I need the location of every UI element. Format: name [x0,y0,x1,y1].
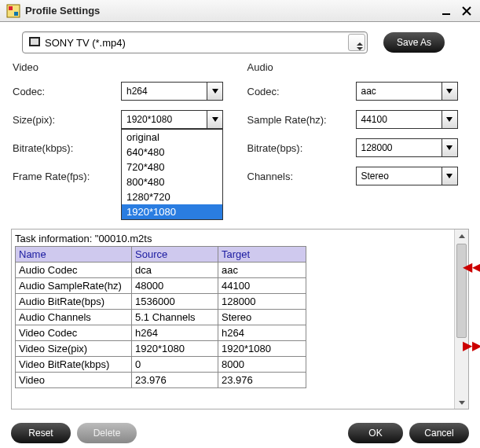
table-row[interactable]: Video23.97623.976 [16,373,306,388]
double-left-icon: ◀◀ [463,260,480,274]
audio-bitrate-combo[interactable]: 128000 [356,138,458,157]
size-option-1920x1080[interactable]: 1920*1080 [122,204,222,219]
audio-panel-title: Audio [247,61,468,73]
table-row[interactable]: Audio BitRate(bps)1536000128000 [16,294,306,310]
table-row[interactable]: Audio Channels5.1 ChannelsStereo [16,310,306,325]
table-cell: 1920*1080 [218,341,306,357]
title-bar: Profile Settings [0,0,480,22]
audio-sample-label: Sample Rate(hz): [247,114,356,126]
table-header-source[interactable]: Source [132,247,218,263]
table-cell: 48000 [132,278,218,294]
video-panel-title: Video [13,61,233,73]
table-cell: Audio BitRate(bps) [16,294,132,310]
size-option-1280x720[interactable]: 1280*720 [122,189,222,204]
video-size-dropdown: original 640*480 720*480 800*480 1280*72… [121,129,223,220]
table-cell: 0 [132,357,218,373]
table-cell: h264 [218,325,306,341]
audio-bitrate-arrow[interactable] [442,139,457,156]
size-option-640x480[interactable]: 640*480 [122,145,222,160]
table-row[interactable]: Video Size(pix)1920*10801920*1080 [16,341,306,357]
profile-select-arrow[interactable] [348,34,365,51]
audio-codec-value: aac [357,86,442,97]
table-cell: 23.976 [132,373,218,388]
vertical-scrollbar[interactable] [454,230,468,409]
size-option-800x480[interactable]: 800*480 [122,174,222,189]
audio-channels-label: Channels: [247,171,356,182]
table-cell: 44100 [218,278,306,294]
video-size-combo[interactable]: 1920*1080 original 640*480 720*480 800*4… [121,110,223,129]
table-cell: Video Size(pix) [16,341,132,357]
table-cell: Audio Channels [16,310,132,325]
video-panel: Video Codec: h264 Size(pix): 1920*1080 o… [13,61,233,194]
scroll-down-arrow[interactable] [455,396,468,409]
audio-codec-combo[interactable]: aac [356,82,458,101]
audio-codec-label: Codec: [247,86,356,97]
delete-button[interactable]: Delete [77,423,137,443]
table-cell: aac [218,263,306,278]
table-cell: Video [16,373,132,388]
minimize-button[interactable] [439,4,453,18]
size-option-720x480[interactable]: 720*480 [122,160,222,174]
audio-sample-arrow[interactable] [442,111,457,128]
audio-panel: Audio Codec: aac Sample Rate(hz): 44100 … [247,61,468,194]
save-as-button[interactable]: Save As [383,32,445,53]
reset-button[interactable]: Reset [11,423,71,443]
table-row[interactable]: Video BitRate(kbps)08000 [16,357,306,373]
task-table: Name Source Target Audio CodecdcaaacAudi… [15,246,306,388]
table-cell: 23.976 [218,373,306,388]
table-row[interactable]: Audio Codecdcaaac [16,263,306,278]
table-cell: dca [132,263,218,278]
video-codec-label: Codec: [13,86,121,97]
audio-channels-combo[interactable]: Stereo [356,167,458,185]
video-size-value: 1920*1080 [122,114,207,125]
table-header-name[interactable]: Name [16,247,132,263]
audio-channels-arrow[interactable] [442,167,457,185]
scroll-up-arrow[interactable] [455,230,468,242]
audio-bitrate-value: 128000 [357,142,442,153]
audio-sample-combo[interactable]: 44100 [356,110,458,129]
table-cell: 5.1 Channels [132,310,218,325]
svg-rect-3 [442,13,450,15]
prev-task-button[interactable]: ◀◀ [463,259,478,274]
table-row[interactable]: Video Codech264h264 [16,325,306,341]
table-cell: Video BitRate(kbps) [16,357,132,373]
svg-rect-1 [9,6,13,10]
scroll-thumb[interactable] [456,244,467,338]
video-size-arrow[interactable] [207,111,222,128]
audio-codec-arrow[interactable] [442,83,457,100]
table-cell: Stereo [218,310,306,325]
svg-rect-7 [31,39,38,45]
table-cell: 1920*1080 [132,341,218,357]
video-codec-value: h264 [122,86,207,97]
ok-button[interactable]: OK [348,423,403,443]
table-cell: 1536000 [132,294,218,310]
bottom-bar: Reset Delete OK Cancel [0,423,480,443]
cancel-button[interactable]: Cancel [409,423,469,443]
close-button[interactable] [460,4,474,18]
video-codec-arrow[interactable] [207,83,222,100]
table-row[interactable]: Audio SampleRate(hz)4800044100 [16,278,306,294]
double-right-icon: ▶▶ [463,339,480,352]
task-information-label: Task information: "00010.m2ts [15,233,454,244]
svg-rect-2 [14,12,18,16]
table-cell: 8000 [218,357,306,373]
window-title: Profile Settings [25,5,439,17]
audio-sample-value: 44100 [357,114,442,125]
video-codec-combo[interactable]: h264 [121,82,223,101]
task-information-area: Task information: "00010.m2ts Name Sourc… [11,229,469,409]
profile-select[interactable]: SONY TV (*.mp4) [22,31,368,53]
next-task-button[interactable]: ▶▶ [463,338,478,353]
app-icon [6,4,20,18]
audio-channels-value: Stereo [357,171,442,182]
audio-bitrate-label: Bitrate(bps): [247,142,356,154]
profile-select-text: SONY TV (*.mp4) [45,37,348,49]
table-cell: Audio Codec [16,263,132,278]
table-header-target[interactable]: Target [218,247,306,263]
table-cell: 128000 [218,294,306,310]
video-framerate-label: Frame Rate(fps): [13,171,121,182]
size-option-original[interactable]: original [122,130,222,145]
video-size-label: Size(pix): [13,114,121,126]
video-bitrate-label: Bitrate(kbps): [13,142,121,154]
table-cell: Video Codec [16,325,132,341]
table-cell: h264 [132,325,218,341]
